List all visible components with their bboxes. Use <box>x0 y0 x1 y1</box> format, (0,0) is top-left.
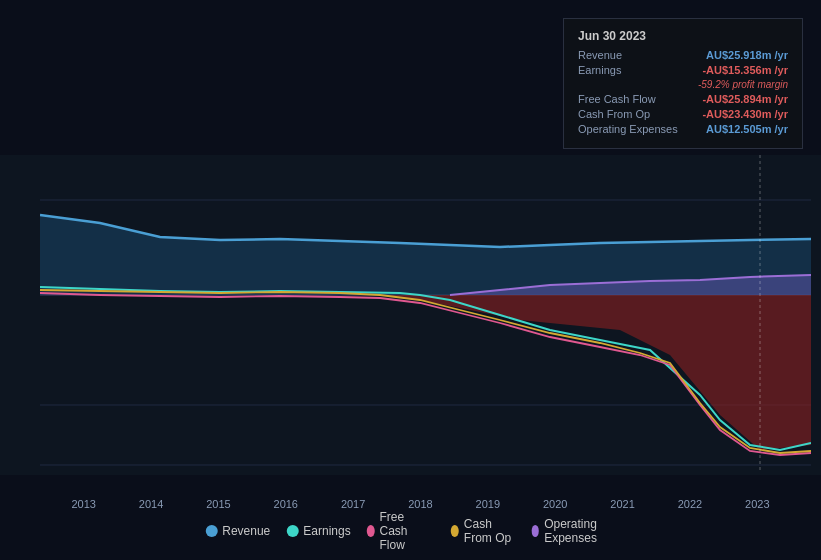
tooltip-earnings-label: Earnings <box>578 64 621 76</box>
tooltip-profit-margin: -59.2% profit margin <box>698 79 788 90</box>
tooltip-revenue-label: Revenue <box>578 49 622 61</box>
legend-cashfromop[interactable]: Cash From Op <box>451 517 515 545</box>
tooltip-opex: Operating Expenses AU$12.505m /yr <box>578 123 788 135</box>
tooltip-earnings-sub: -59.2% profit margin <box>578 79 788 90</box>
tooltip-cashfromop-label: Cash From Op <box>578 108 650 120</box>
legend-cashfromop-dot <box>451 525 459 537</box>
legend-revenue-label: Revenue <box>222 524 270 538</box>
x-label-2023: 2023 <box>745 498 769 510</box>
x-label-2013: 2013 <box>71 498 95 510</box>
legend-fcf-dot <box>367 525 375 537</box>
x-label-2019: 2019 <box>476 498 500 510</box>
x-label-2018: 2018 <box>408 498 432 510</box>
x-label-2021: 2021 <box>610 498 634 510</box>
tooltip-fcf-value: -AU$25.894m /yr <box>702 93 788 105</box>
chart-svg <box>0 155 821 475</box>
legend-earnings-dot <box>286 525 298 537</box>
tooltip-panel: Jun 30 2023 Revenue AU$25.918m /yr Earni… <box>563 18 803 149</box>
legend-revenue-dot <box>205 525 217 537</box>
x-label-2022: 2022 <box>678 498 702 510</box>
tooltip-fcf-label: Free Cash Flow <box>578 93 656 105</box>
chart-legend: Revenue Earnings Free Cash Flow Cash Fro… <box>205 510 616 552</box>
tooltip-revenue-value: AU$25.918m /yr <box>706 49 788 61</box>
tooltip-earnings: Earnings -AU$15.356m /yr <box>578 64 788 76</box>
legend-revenue[interactable]: Revenue <box>205 524 270 538</box>
x-label-2016: 2016 <box>274 498 298 510</box>
legend-opex-dot <box>531 525 539 537</box>
tooltip-earnings-value: -AU$15.356m /yr <box>702 64 788 76</box>
x-axis: 2013 2014 2015 2016 2017 2018 2019 2020 … <box>0 498 821 510</box>
legend-opex-label: Operating Expenses <box>544 517 616 545</box>
x-label-2017: 2017 <box>341 498 365 510</box>
tooltip-opex-label: Operating Expenses <box>578 123 678 135</box>
legend-cashfromop-label: Cash From Op <box>464 517 515 545</box>
x-label-2020: 2020 <box>543 498 567 510</box>
legend-earnings-label: Earnings <box>303 524 350 538</box>
legend-fcf-label: Free Cash Flow <box>380 510 435 552</box>
tooltip-cashfromop: Cash From Op -AU$23.430m /yr <box>578 108 788 120</box>
tooltip-fcf: Free Cash Flow -AU$25.894m /yr <box>578 93 788 105</box>
tooltip-opex-value: AU$12.505m /yr <box>706 123 788 135</box>
legend-earnings[interactable]: Earnings <box>286 524 350 538</box>
tooltip-date: Jun 30 2023 <box>578 29 788 43</box>
tooltip-cashfromop-value: -AU$23.430m /yr <box>702 108 788 120</box>
legend-opex[interactable]: Operating Expenses <box>531 517 615 545</box>
x-label-2014: 2014 <box>139 498 163 510</box>
x-label-2015: 2015 <box>206 498 230 510</box>
tooltip-revenue: Revenue AU$25.918m /yr <box>578 49 788 61</box>
legend-fcf[interactable]: Free Cash Flow <box>367 510 435 552</box>
